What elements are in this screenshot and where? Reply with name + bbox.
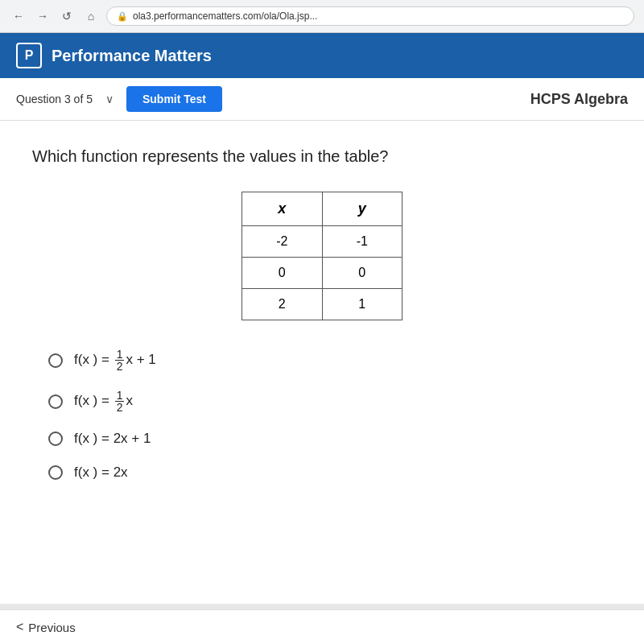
answer-choices: f(x ) = 12x + 1 f(x ) = 12x f(x ) = 2x +… (32, 349, 612, 481)
app-header: P Performance Matters (0, 33, 644, 78)
previous-button[interactable]: < Previous (16, 620, 76, 634)
data-table: x y -2-10021 (242, 192, 402, 320)
fraction-a: 12 (115, 349, 125, 372)
table-header-row: x y (242, 192, 402, 226)
prev-label: Previous (28, 621, 75, 634)
table-cell-1-0: 0 (242, 258, 323, 289)
answer-label-c: f(x ) = 2x + 1 (74, 431, 151, 447)
address-bar[interactable]: 🔒 ola3.performancematters.com/ola/Ola.js… (106, 6, 634, 26)
table-cell-2-1: 1 (322, 289, 402, 320)
main-content: Which function represents the values in … (0, 121, 644, 604)
browser-chrome: ← → ↺ ⌂ 🔒 ola3.performancematters.com/ol… (0, 0, 644, 33)
radio-b[interactable] (48, 394, 63, 409)
table-cell-0-0: -2 (242, 226, 323, 258)
answer-label-d: f(x ) = 2x (74, 464, 128, 481)
col-y-header: y (322, 192, 402, 226)
footer-bar: < Previous (0, 609, 644, 644)
prev-arrow-icon: < (16, 620, 23, 634)
app-logo: P (16, 43, 42, 68)
test-name: HCPS Algebra (530, 91, 628, 108)
submit-test-button[interactable]: Submit Test (126, 86, 222, 112)
answer-choice-d[interactable]: f(x ) = 2x (48, 464, 612, 481)
table-body: -2-10021 (242, 226, 402, 320)
table-cell-2-0: 2 (242, 289, 323, 320)
fraction-b: 12 (115, 390, 125, 413)
question-indicator: Question 3 of 5 (16, 93, 93, 105)
radio-d[interactable] (48, 465, 63, 480)
radio-a[interactable] (48, 353, 63, 368)
table-cell-0-1: -1 (322, 226, 402, 258)
table-container: x y -2-10021 (32, 192, 612, 320)
col-x-header: x (242, 192, 323, 226)
forward-button[interactable]: → (34, 7, 52, 25)
table-cell-1-1: 0 (322, 258, 402, 289)
question-dropdown[interactable]: ∨ (105, 93, 114, 105)
radio-c[interactable] (48, 431, 63, 446)
answer-label-a: f(x ) = 12x + 1 (74, 349, 156, 372)
question-text: Which function represents the values in … (32, 145, 612, 167)
test-bar: Question 3 of 5 ∨ Submit Test HCPS Algeb… (0, 78, 644, 121)
table-row: 21 (242, 289, 402, 320)
url-text: ola3.performancematters.com/ola/Ola.jsp.… (133, 10, 317, 22)
lock-icon: 🔒 (117, 11, 128, 22)
refresh-button[interactable]: ↺ (58, 7, 76, 25)
table-row: 00 (242, 258, 402, 289)
answer-choice-c[interactable]: f(x ) = 2x + 1 (48, 431, 612, 447)
answer-choice-b[interactable]: f(x ) = 12x (48, 390, 612, 413)
table-row: -2-1 (242, 226, 402, 258)
answer-choice-a[interactable]: f(x ) = 12x + 1 (48, 349, 612, 372)
answer-label-b: f(x ) = 12x (74, 390, 133, 413)
app-title: Performance Matters (52, 47, 212, 65)
back-button[interactable]: ← (10, 7, 27, 25)
home-button[interactable]: ⌂ (82, 7, 100, 25)
